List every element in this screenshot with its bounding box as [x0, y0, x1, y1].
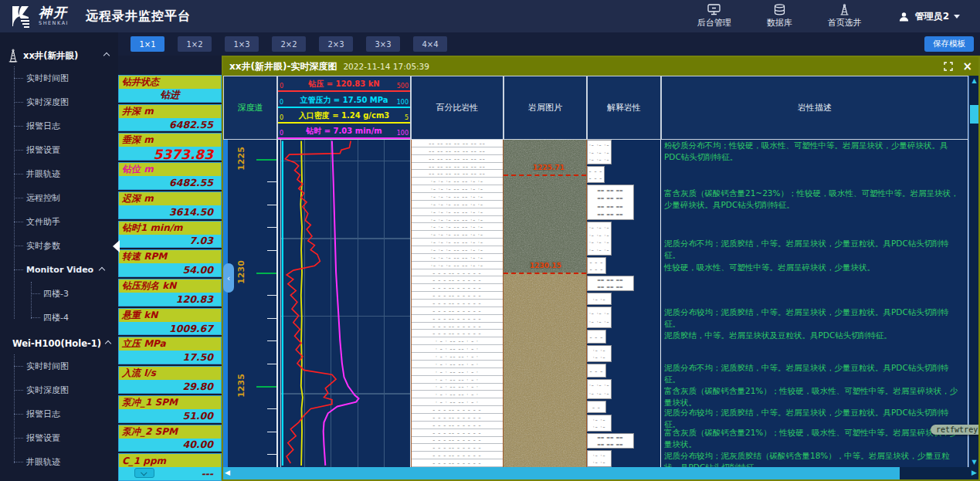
- param-垂深 m: 垂深 m5373.83: [118, 133, 222, 161]
- param-value: 120.83: [119, 293, 221, 306]
- collapse-chevron-icon[interactable]: [99, 266, 105, 273]
- left-scroll-strip[interactable]: [223, 140, 228, 467]
- sidebar-item-实时参数[interactable]: 实时参数: [14, 234, 118, 258]
- sidebar-item-报警日志[interactable]: 报警日志: [14, 402, 118, 426]
- layout-button-1×1[interactable]: 1×1: [131, 36, 164, 52]
- legend-min: 0: [280, 114, 283, 121]
- cuttings-photo-header: 岩屑图片: [504, 76, 587, 140]
- collapse-chevron-icon[interactable]: [103, 53, 110, 59]
- remote-logging-platform: 神开 SHENKAI 远程录井监控平台 后台管理 数据库: [0, 0, 980, 481]
- sidebar-item-文件助手[interactable]: 文件助手: [14, 210, 118, 234]
- legend-min: 0: [280, 130, 283, 137]
- param-value: 7.03: [119, 235, 221, 248]
- sidebar-item-实时深度图[interactable]: 实时深度图: [14, 90, 118, 114]
- layout-button-4×4[interactable]: 4×4: [413, 36, 447, 52]
- interp-pattern-row: ·– ·– ·–: [588, 225, 611, 230]
- param-value: 54.00: [119, 263, 221, 276]
- well-node-0[interactable]: xx井(新井眼): [0, 42, 118, 66]
- sidebar-item-实时时间图[interactable]: 实时时间图: [14, 354, 118, 378]
- depth-minor-tick: [267, 364, 276, 364]
- sidebar-item-label: 井眼轨迹: [26, 168, 60, 180]
- param-value: 6482.55: [119, 176, 221, 189]
- param-label: C_1 ppm: [119, 454, 221, 467]
- nav-home-select[interactable]: 首页选井: [828, 4, 862, 29]
- scroll-left-arrow[interactable]: ◀: [225, 469, 230, 476]
- legend-text: 立管压力 = 17.50 MPa: [300, 95, 388, 106]
- lithology-description-header: 岩性描述: [661, 76, 968, 140]
- sidebar-item-报警日志[interactable]: 报警日志: [14, 114, 118, 138]
- sidebar-item-四楼-4[interactable]: 四楼-4: [31, 306, 118, 330]
- sidebar-item-远程控制[interactable]: 远程控制: [14, 186, 118, 210]
- scroll-down-arrow[interactable]: ▼: [969, 457, 979, 467]
- param-value: 17.50: [119, 351, 221, 364]
- param-label: 钻压别名 kN: [119, 279, 221, 293]
- scroll-up-arrow[interactable]: ▲: [969, 76, 979, 86]
- lithology-pattern-row: ·– ·– ·– –– –– ·– ·–: [412, 223, 503, 231]
- lithology-pattern-row: ·– ·– ·– –– –– ·– ·–: [412, 246, 503, 254]
- interp-pattern-row: ══ ══ ══: [588, 212, 633, 217]
- well-node-1[interactable]: Wei-H100(Hole-1): [0, 330, 118, 354]
- sidebar-item-实时深度图[interactable]: 实时深度图: [14, 378, 118, 402]
- lithology-pattern-row: – – – –– – – – – –: [412, 444, 503, 452]
- nav-admin[interactable]: 后台管理: [697, 4, 731, 29]
- param-dropdown-button[interactable]: [134, 468, 154, 478]
- collapse-chevron-icon[interactable]: [105, 340, 111, 347]
- layout-button-3×3[interactable]: 3×3: [366, 36, 400, 52]
- depth-minor-tick: [267, 205, 276, 205]
- interp-lithology-block: ·– ·–: [587, 293, 612, 305]
- interval-depth-label: 1230.15: [530, 262, 561, 269]
- interp-pattern-row: ·– ·– ·–: [588, 157, 611, 162]
- sidebar-item-井眼轨迹[interactable]: 井眼轨迹: [14, 162, 118, 186]
- param-label: 钻位 m: [119, 163, 221, 176]
- close-icon[interactable]: ×: [962, 61, 972, 73]
- interp-lithology-block: ══ ══ ════ ══ ════ ══ ════ ══ ══: [587, 185, 634, 220]
- sidebar-item-报警设置[interactable]: 报警设置: [14, 426, 118, 450]
- brand-logo: 神开 SHENKAI: [0, 5, 69, 28]
- param-value: 5373.83: [119, 147, 221, 161]
- legend-text: 入口密度 = 1.24 g/cm3: [299, 110, 390, 121]
- interp-lithology-block: ·– ·–·– ·–: [587, 415, 612, 432]
- param-label: 入流 l/s: [119, 367, 221, 380]
- horizontal-scrollbar[interactable]: ◀ ▶: [223, 467, 978, 479]
- layout-button-2×2[interactable]: 2×2: [272, 36, 306, 52]
- sidebar-item-报警设置[interactable]: 报警设置: [14, 138, 118, 162]
- lithology-pattern-row: – – – –– – – – – –: [412, 422, 503, 429]
- lithology-pattern-row: · – · –– –– · – ·: [412, 376, 503, 384]
- param-井深 m: 井深 m6482.55: [118, 104, 222, 132]
- sidebar-item-label: Monitor Video: [26, 265, 93, 275]
- save-template-button[interactable]: 保存模板: [924, 36, 974, 52]
- layout-button-1×2[interactable]: 1×2: [178, 36, 212, 52]
- layout-button-1×3[interactable]: 1×3: [225, 36, 259, 52]
- fullscreen-icon[interactable]: [944, 62, 953, 71]
- param-迟深 m: 迟深 m3614.50: [118, 191, 222, 219]
- param-钻位 m: 钻位 m6482.55: [118, 162, 222, 190]
- lithology-pattern-row: ·– ·– ·– –– –– ·– ·–: [412, 201, 503, 208]
- param-钻时1 min/m: 钻时1 min/m7.03: [118, 221, 222, 249]
- vertical-scrollbar[interactable]: ▲ ▼: [968, 76, 978, 467]
- sidebar-item-Monitor Video[interactable]: Monitor Video: [14, 258, 118, 282]
- brand-subtitle: SHENKAI: [39, 21, 69, 26]
- sidebar-item-井眼轨迹[interactable]: 井眼轨迹: [14, 450, 118, 474]
- nav-database[interactable]: 数据库: [767, 4, 792, 29]
- sidebar-item-label: 四楼-4: [43, 312, 69, 323]
- scroll-right-arrow[interactable]: ▶: [972, 469, 977, 476]
- layout-button-2×3[interactable]: 2×3: [319, 36, 353, 52]
- sidebar-collapse-arrow[interactable]: [113, 240, 120, 252]
- interp-lithology-block: – – –– – –: [587, 257, 606, 274]
- lithology-pattern-row: ·– ·– ·– –– –– ·– ·–: [412, 262, 503, 269]
- sidebar-item-四楼-3[interactable]: 四楼-3: [31, 282, 118, 306]
- sidebar-item-label: 报警日志: [26, 408, 60, 420]
- param-立压 MPa: 立压 MPa17.50: [118, 337, 222, 364]
- lithology-pattern-row: ·– ·– ·– –– –– ·– ·–: [412, 178, 503, 185]
- param-label: 井深 m: [119, 105, 221, 118]
- pct-lithology-header: 百分比岩性: [411, 76, 504, 140]
- lithology-pattern-row: · – · –– –– · – ·: [412, 368, 503, 376]
- user-menu[interactable]: 管理员2: [897, 10, 960, 23]
- depth-minor-tick: [267, 340, 276, 341]
- sidebar-item-实时时间图[interactable]: 实时时间图: [14, 66, 118, 90]
- vertical-scroll-thumb[interactable]: [970, 105, 978, 124]
- interp-pattern-row: ·– ·–: [588, 459, 611, 465]
- depth-label: 1225: [236, 145, 246, 171]
- collapse-handle[interactable]: ‹: [223, 263, 234, 293]
- horizontal-scroll-thumb[interactable]: [223, 467, 900, 479]
